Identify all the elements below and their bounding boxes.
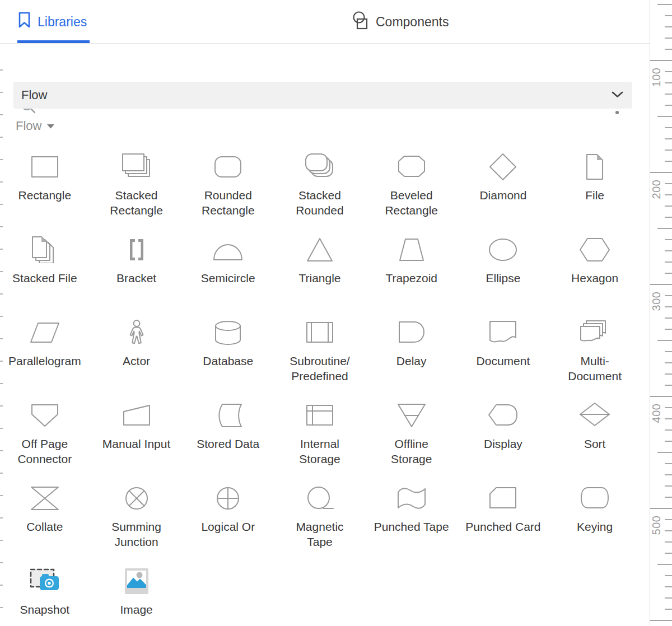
ruler-major-tick [650,508,672,509]
shape-label: Diamond [479,188,526,203]
active-tab-underline [17,40,90,43]
shape-item-stored-data[interactable]: Stored Data [182,394,274,477]
ruler-label: 100 [650,65,663,90]
off-page-connector-icon [29,402,60,429]
shape-item-magnetic-tape[interactable]: Magnetic Tape [274,477,366,560]
left-edge-tick [0,428,3,429]
shape-label: Collate [26,519,63,534]
shape-label: Triangle [298,270,340,286]
stacked-rounded-icon [304,153,335,180]
components-icon [352,11,370,33]
shape-label: Snapshot [20,602,69,617]
shape-item-punched-card[interactable]: Punched Card [458,477,549,560]
image-icon [121,568,152,595]
shape-item-internal-storage[interactable]: Internal Storage [274,394,366,477]
ruler-tick [665,138,672,139]
shape-label: Document [477,353,530,368]
shape-item-stacked-rectangle[interactable]: Stacked Rectangle [91,146,183,228]
left-edge-tick [0,181,3,183]
shape-item-semicircle[interactable]: Semicircle [182,228,274,311]
ruler-tick [665,205,672,207]
shape-item-diamond[interactable]: Diamond [458,146,549,228]
shape-item-sort[interactable]: Sort [549,394,641,477]
left-edge-tick [0,249,3,250]
shape-item-image[interactable]: Image [91,560,183,626]
actor-icon [121,319,152,346]
left-edge-tick [0,562,3,563]
shape-item-hexagon[interactable]: Hexagon [549,228,641,311]
ruler-tick [665,586,672,587]
left-edge-tick [0,540,3,541]
shape-item-bracket[interactable]: Bracket [91,228,183,311]
shape-item-logical-or[interactable]: Logical Or [182,477,274,560]
trapezoid-icon [396,236,427,263]
semicircle-icon [212,236,244,263]
ruler-tick [665,127,672,128]
shape-item-subroutine[interactable]: Subroutine/ Predefined [274,311,366,394]
ruler-tick [665,351,672,352]
shape-item-keying[interactable]: Keying [549,477,641,560]
diamond-icon [487,153,519,180]
library-select[interactable]: Flow [13,82,632,109]
shape-item-collate[interactable]: Collate [0,477,91,560]
ruler-tick [665,441,672,442]
shape-item-triangle[interactable]: Triangle [274,228,366,311]
shape-label: Logical Or [201,519,255,534]
shape-item-offline-storage[interactable]: Offline Storage [366,394,458,477]
file-icon [579,153,610,180]
shape-label: Stacked Rectangle [110,188,163,218]
shape-item-beveled-rectangle[interactable]: Beveled Rectangle [366,146,458,228]
ruler-tick [665,26,672,27]
ruler-tick [665,15,672,16]
shape-item-stacked-rounded[interactable]: Stacked Rounded [274,146,366,228]
shape-label: Bracket [116,270,156,286]
shape-item-off-page-connector[interactable]: Off Page Connector [0,394,91,477]
shape-item-parallelogram[interactable]: Parallelogram [0,311,91,394]
collate-icon [29,485,60,512]
ruler-label: 500 [650,513,663,538]
beveled-rectangle-icon [396,153,427,180]
keying-icon [579,485,610,512]
shape-item-rectangle[interactable]: Rectangle [0,146,91,228]
shape-item-punched-tape[interactable]: Punched Tape [366,477,458,560]
shape-item-actor[interactable]: Actor [91,311,183,394]
manual-input-icon [121,402,152,429]
left-edge-tick [0,383,3,384]
search-row [0,44,650,82]
tab-libraries[interactable]: Libraries [17,0,87,44]
sort-icon [579,402,610,429]
ruler-tick [665,94,672,95]
snapshot-icon [29,568,60,595]
shape-label: File [585,188,604,203]
ruler-tick [665,38,672,39]
shape-item-file[interactable]: File [549,146,641,228]
summing-junction-icon [121,485,152,512]
ruler-tick [657,4,672,5]
shape-item-display[interactable]: Display [458,394,549,477]
shape-item-document[interactable]: Document [458,311,549,394]
shape-item-ellipse[interactable]: Ellipse [458,228,549,311]
library-select-value: Flow [21,88,612,102]
tab-components[interactable]: Components [352,0,449,44]
section-flow-header[interactable]: Flow [16,118,54,134]
shape-item-multi-document[interactable]: Multi- Document [549,311,641,394]
shape-item-snapshot[interactable]: Snapshot [0,560,91,626]
parallelogram-icon [29,319,60,346]
ruler-tick [665,362,672,363]
shape-item-delay[interactable]: Delay [366,311,458,394]
caret-down-icon [47,121,54,131]
shape-label: Actor [123,353,150,368]
ruler-tick [665,194,672,195]
shape-label: Keying [577,519,613,534]
left-edge-tick [0,405,3,407]
shape-item-manual-input[interactable]: Manual Input [91,394,183,477]
shape-item-database[interactable]: Database [182,311,274,394]
ruler-tick [665,474,672,475]
shape-item-trapezoid[interactable]: Trapezoid [366,228,458,311]
subroutine-icon [304,319,335,346]
ruler-tick [665,261,672,263]
ruler-tick [665,49,672,50]
shape-item-summing-junction[interactable]: Summing Junction [91,477,183,560]
shape-item-rounded-rectangle[interactable]: Rounded Rectangle [182,146,274,228]
shape-item-stacked-file[interactable]: Stacked File [0,228,91,311]
